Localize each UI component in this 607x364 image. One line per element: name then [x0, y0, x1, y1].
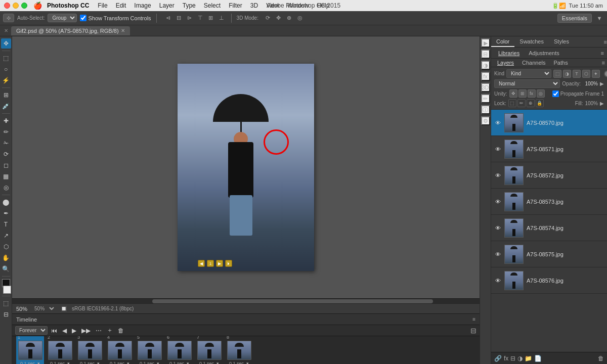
- layer-item-7[interactable]: 👁 A7S-08576.jpg: [491, 267, 607, 294]
- menu-filter[interactable]: Filter: [225, 1, 246, 10]
- menu-edit[interactable]: Edit: [112, 1, 130, 10]
- 3d-rotate-icon[interactable]: ⟳: [264, 14, 273, 23]
- magic-wand-tool[interactable]: ⚡: [1, 75, 11, 85]
- layer-visibility-5[interactable]: 👁: [494, 224, 501, 232]
- filter-toggle[interactable]: [604, 70, 607, 77]
- delete-frame-button[interactable]: 🗑: [116, 327, 125, 334]
- marquee-tool[interactable]: ⬚: [1, 53, 11, 63]
- eraser-tool[interactable]: ◻: [1, 160, 11, 170]
- screen-mode-tool[interactable]: ⊟: [1, 309, 11, 320]
- frame-5-delay[interactable]: 0.1 sec. ▾: [140, 361, 159, 365]
- new-layer-button[interactable]: 📄: [534, 355, 542, 362]
- timeline-convert-icon[interactable]: ⊟: [470, 327, 476, 335]
- propagate-checkbox[interactable]: [552, 90, 559, 97]
- align-top-icon[interactable]: ⊤: [196, 14, 205, 23]
- add-style-button[interactable]: fx: [504, 355, 508, 362]
- brush-settings-icon-btn[interactable]: ✏: [481, 94, 490, 103]
- show-transform-checkbox[interactable]: [80, 15, 86, 21]
- layers-panel-menu-icon[interactable]: ≡: [602, 60, 605, 66]
- clone-tool[interactable]: ✁: [1, 138, 11, 148]
- frame-2-delay[interactable]: 0.1 sec. ▾: [50, 361, 70, 365]
- menu-image[interactable]: Image: [131, 1, 154, 10]
- layer-visibility-4[interactable]: 👁: [494, 198, 501, 205]
- brush-tool[interactable]: ✏: [1, 127, 11, 137]
- frame-5[interactable]: 5 0.1 sec. ▾: [136, 336, 163, 364]
- close-all-icon[interactable]: ✕: [4, 28, 8, 33]
- window-controls[interactable]: [4, 3, 27, 9]
- sub-panel-menu-icon[interactable]: ≡: [601, 50, 604, 56]
- fx-icon-btn[interactable]: fx: [481, 72, 490, 81]
- info-icon-btn[interactable]: ⓘ: [481, 105, 490, 114]
- filter-shape-icon[interactable]: ⬡: [582, 70, 590, 78]
- lock-position-icon[interactable]: ✏: [517, 99, 526, 107]
- crop-tool[interactable]: ⊞: [1, 90, 11, 100]
- tab-close-icon[interactable]: ✕: [121, 28, 125, 33]
- hand-tool[interactable]: ✋: [1, 253, 11, 263]
- layer-visibility-2[interactable]: 👁: [494, 146, 501, 153]
- lock-move-icon[interactable]: ⊕: [527, 99, 535, 107]
- filter-adjust-icon[interactable]: ◑: [563, 70, 571, 78]
- delete-layer-button[interactable]: 🗑: [598, 355, 604, 362]
- next-frame-button[interactable]: ▶▶: [80, 327, 92, 334]
- frame-3-delay[interactable]: 0.1 sec. ▾: [80, 361, 100, 365]
- zoom-select[interactable]: 50% 25% 100%: [32, 305, 56, 312]
- frame-1-delay[interactable]: 0.1 sec. ▾: [20, 361, 40, 365]
- 3d-pan-icon[interactable]: ✥: [274, 14, 283, 23]
- link-layers-button[interactable]: 🔗: [494, 355, 502, 362]
- 3d-zoom-icon[interactable]: ⊕: [285, 14, 294, 23]
- document-tab[interactable]: Gif2.psd @ 50% (A7S-08570.jpg, RGB/8) ✕: [11, 26, 130, 35]
- paths-tab[interactable]: Paths: [550, 59, 572, 67]
- menu-select[interactable]: Select: [200, 1, 224, 10]
- frame-8-delay[interactable]: 0.1 sec. ▾: [229, 361, 249, 365]
- panel-menu-icon[interactable]: ≡: [604, 39, 607, 45]
- fill-value[interactable]: 100%: [585, 101, 598, 106]
- timeline-menu-icon[interactable]: ≡: [472, 316, 475, 322]
- frame-6[interactable]: 6 0.1 sec. ▾: [165, 336, 193, 364]
- layer-visibility-6[interactable]: 👁: [494, 251, 501, 258]
- blur-tool[interactable]: ◎: [1, 183, 11, 193]
- layer-item-5[interactable]: 👁 A7S-08574.jpg: [491, 215, 607, 241]
- workspace-button[interactable]: Essentials: [557, 14, 592, 23]
- align-center-h-icon[interactable]: ⊞: [206, 14, 215, 23]
- menu-3d[interactable]: 3D: [247, 1, 262, 10]
- frame-4-delay[interactable]: 0.1 sec. ▾: [110, 361, 129, 365]
- play-button[interactable]: ▶: [70, 327, 78, 334]
- menu-layer[interactable]: Layer: [156, 1, 178, 10]
- loop-select[interactable]: Forever Once 3 Times: [15, 326, 48, 335]
- move-tool-options[interactable]: ⊹: [3, 14, 14, 22]
- channels-tab[interactable]: Channels: [518, 59, 549, 67]
- history-tool[interactable]: ⟳: [1, 149, 11, 159]
- layer-item-4[interactable]: 👁 A7S-08573.jpg: [491, 189, 607, 215]
- align-right-icon[interactable]: ⊳: [185, 14, 194, 23]
- first-frame-button[interactable]: ⏮: [50, 327, 59, 334]
- sub-tab-adjustments[interactable]: Adjustments: [525, 49, 563, 57]
- move-tool[interactable]: ✥: [1, 38, 11, 49]
- layers-icon-btn[interactable]: ⊟: [481, 50, 490, 59]
- workspace-menu-icon[interactable]: ▼: [595, 14, 604, 23]
- unity-position-icon[interactable]: ✥: [509, 89, 517, 98]
- layer-visibility-3[interactable]: 👁: [494, 172, 501, 179]
- next-frame-icon[interactable]: ▶: [216, 260, 223, 267]
- pen-tool[interactable]: ✒: [1, 208, 11, 218]
- auto-select-dropdown[interactable]: Group Layer: [48, 14, 77, 22]
- canvas-wrapper[interactable]: ◀ 1 ▶ ⏵: [12, 36, 480, 298]
- maximize-button[interactable]: [21, 3, 27, 9]
- tab-color[interactable]: Color: [491, 37, 514, 47]
- apple-menu[interactable]: 🍎: [33, 2, 42, 10]
- lock-pixels-icon[interactable]: ⬚: [508, 99, 516, 107]
- layer-visibility-7[interactable]: 👁: [494, 277, 501, 284]
- frame-2[interactable]: 2 0.1 sec. ▾: [46, 336, 74, 364]
- adjustments-icon-btn[interactable]: ◑: [481, 61, 490, 70]
- filter-select[interactable]: Kind Name Effect Mode Attribute Color Sm…: [506, 69, 551, 78]
- unity-style-icon[interactable]: fx: [528, 89, 536, 98]
- zoom-tool[interactable]: 🔍: [1, 264, 11, 274]
- filter-smart-icon[interactable]: ✦: [592, 70, 600, 78]
- layer-item-3[interactable]: 👁 A7S-08572.jpg: [491, 162, 607, 189]
- tween-button[interactable]: ⋯: [94, 327, 103, 334]
- sub-tab-libraries[interactable]: Libraries: [494, 49, 524, 57]
- frame-1[interactable]: 1 0.1 sec. ▾: [16, 336, 44, 364]
- lock-all-icon[interactable]: 🔒: [536, 99, 544, 107]
- layer-visibility-1[interactable]: 👁: [494, 119, 501, 126]
- align-bottom-icon[interactable]: ⊥: [217, 14, 226, 23]
- layers-tab[interactable]: Layers: [493, 59, 518, 67]
